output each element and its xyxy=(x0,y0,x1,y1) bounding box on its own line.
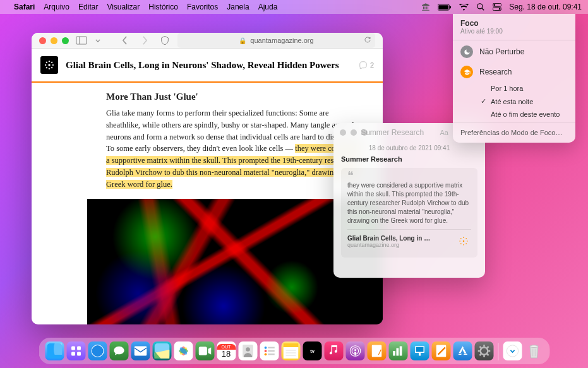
facetime-icon[interactable] xyxy=(195,341,214,360)
photos-icon[interactable] xyxy=(174,341,193,360)
chevron-down-icon[interactable] xyxy=(94,34,102,47)
menu-visualizar[interactable]: Visualizar xyxy=(107,3,140,11)
link-favicon xyxy=(456,234,471,249)
minimize-icon[interactable] xyxy=(51,37,57,44)
back-button[interactable] xyxy=(117,34,132,47)
notes-dock-icon[interactable] xyxy=(281,341,300,360)
svg-rect-32 xyxy=(77,347,81,350)
note-heading: Summer Research xyxy=(341,155,477,163)
contacts-icon[interactable] xyxy=(238,341,257,360)
address-bar[interactable]: 🔒 quantamagazine.org xyxy=(177,33,375,48)
focus-status-icon[interactable] xyxy=(421,3,430,11)
quote-block: ❝ they were considered a supportive matr… xyxy=(341,168,477,258)
menu-historico[interactable]: Histórico xyxy=(148,3,178,11)
battery-icon[interactable] xyxy=(438,4,452,11)
notes-body[interactable]: 18 de outubro de 2021 09:41 Summer Resea… xyxy=(333,142,485,260)
svg-point-8 xyxy=(499,8,501,10)
svg-point-48 xyxy=(264,350,267,352)
privacy-report-icon[interactable] xyxy=(157,34,172,47)
svg-point-68 xyxy=(480,347,488,355)
svg-rect-1 xyxy=(439,5,449,9)
maps-icon[interactable] xyxy=(152,341,171,360)
menu-arquivo[interactable]: Arquivo xyxy=(44,3,69,11)
svg-rect-64 xyxy=(399,347,402,356)
comment-count[interactable]: 2 xyxy=(359,61,374,69)
reminders-icon[interactable] xyxy=(260,341,279,360)
maximize-icon[interactable] xyxy=(62,37,69,44)
messages-icon[interactable] xyxy=(109,341,128,360)
downloads-icon[interactable] xyxy=(503,341,522,360)
svg-rect-52 xyxy=(283,343,298,347)
focus-mode-research[interactable]: Research xyxy=(453,62,575,82)
notes-window: Summer Research Aa » 18 de outubro de 20… xyxy=(333,123,485,278)
focus-duration-1h[interactable]: Por 1 hora xyxy=(453,82,575,95)
system-preferences-icon[interactable] xyxy=(474,341,493,360)
svg-point-22 xyxy=(459,240,460,242)
article-body: More Than Just 'Glue' Glia take many for… xyxy=(32,83,383,324)
safari-toolbar: 🔒 quantamagazine.org xyxy=(32,33,383,49)
svg-point-21 xyxy=(463,240,465,242)
reload-icon[interactable] xyxy=(364,36,371,45)
svg-point-77 xyxy=(507,345,518,357)
mail-icon[interactable] xyxy=(131,341,150,360)
dock-separator xyxy=(498,343,498,360)
focus-duration-tonight[interactable]: ✓Até esta noite xyxy=(453,95,575,108)
menu-janela[interactable]: Janela xyxy=(227,3,249,11)
wifi-icon[interactable] xyxy=(459,4,469,11)
svg-point-15 xyxy=(49,68,50,69)
comment-icon xyxy=(359,61,368,69)
menu-favoritos[interactable]: Favoritos xyxy=(187,3,218,11)
trash-icon[interactable] xyxy=(524,341,543,360)
finder-icon[interactable] xyxy=(45,341,64,360)
numbers-icon[interactable] xyxy=(388,341,407,360)
svg-rect-43 xyxy=(198,347,207,355)
pages-icon[interactable] xyxy=(367,341,386,360)
freeform-icon[interactable] xyxy=(431,341,450,360)
quote-text: they were considered a supportive matrix… xyxy=(347,181,471,225)
svg-rect-33 xyxy=(71,352,75,356)
article-header: Glial Brain Cells, Long in Neurons' Shad… xyxy=(32,49,383,83)
svg-rect-62 xyxy=(393,351,395,356)
launchpad-icon[interactable] xyxy=(66,341,85,360)
svg-line-4 xyxy=(482,8,484,11)
link-url: quantamagazine.org xyxy=(347,242,456,248)
svg-rect-63 xyxy=(396,348,399,356)
calendar-icon[interactable]: OUT 18 xyxy=(217,341,236,360)
forward-button[interactable] xyxy=(137,34,152,47)
sidebar-toggle-icon[interactable] xyxy=(74,34,89,47)
window-controls[interactable] xyxy=(39,37,69,44)
menu-editar[interactable]: Editar xyxy=(78,3,98,11)
svg-rect-34 xyxy=(77,352,81,356)
spotlight-icon[interactable] xyxy=(476,3,485,11)
svg-point-46 xyxy=(264,347,267,349)
svg-point-14 xyxy=(49,61,50,62)
menubar: Safari Arquivo Editar Visualizar Históri… xyxy=(0,0,588,14)
tv-icon[interactable]: tv xyxy=(303,341,321,360)
music-icon[interactable] xyxy=(324,341,343,360)
safari-dock-icon[interactable] xyxy=(88,341,107,360)
svg-point-12 xyxy=(45,64,46,66)
link-card[interactable]: Glial Brain Cells, Long in … quantamagaz… xyxy=(347,229,471,252)
keynote-icon[interactable] xyxy=(410,341,429,360)
focus-subtitle: Ativo até 19:00 xyxy=(460,28,568,35)
app-name[interactable]: Safari xyxy=(14,3,35,11)
podcasts-icon[interactable] xyxy=(345,341,364,360)
site-logo xyxy=(40,56,58,74)
focus-preferences-link[interactable]: Preferências do Modo de Foco… xyxy=(453,124,575,139)
svg-line-73 xyxy=(479,347,481,348)
menu-ajuda[interactable]: Ajuda xyxy=(258,3,278,11)
section-heading: More Than Just 'Glue' xyxy=(106,92,364,102)
font-icon[interactable]: Aa xyxy=(440,129,448,136)
menubar-datetime[interactable]: Seg. 18 de out. 09:41 xyxy=(509,3,582,11)
close-icon[interactable] xyxy=(39,37,46,44)
svg-point-50 xyxy=(264,353,267,355)
notes-window-title: Summer Research xyxy=(354,128,431,137)
focus-duration-event[interactable]: Até o fim deste evento xyxy=(453,108,575,121)
focus-mode-dnd[interactable]: Não Perturbe xyxy=(453,42,575,62)
article-title: Glial Brain Cells, Long in Neurons' Shad… xyxy=(66,60,351,71)
svg-line-75 xyxy=(479,354,481,355)
svg-point-27 xyxy=(465,238,467,239)
close-icon[interactable] xyxy=(340,129,346,136)
app-store-icon[interactable] xyxy=(453,341,472,360)
control-center-icon[interactable] xyxy=(493,3,501,11)
